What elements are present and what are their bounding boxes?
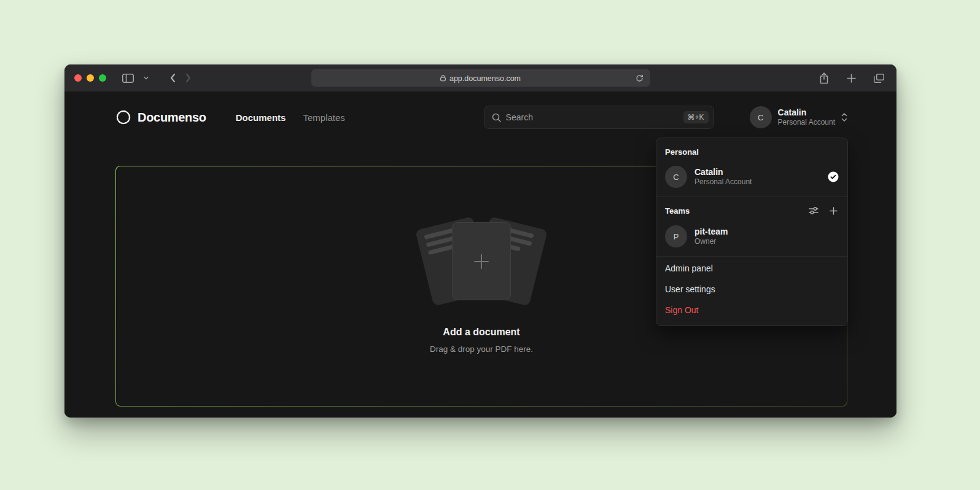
nav-templates[interactable]: Templates [303,112,344,123]
plus-icon [471,251,492,272]
brand-logo-link[interactable]: Documenso [115,109,206,125]
chevron-down-icon [144,76,149,80]
manage-teams-button[interactable] [807,205,820,216]
selector-chevrons-icon [841,112,847,122]
menu-divider [656,196,847,197]
minimize-window-button[interactable] [87,74,94,82]
menu-item-sign-out[interactable]: Sign Out [656,300,847,321]
address-bar[interactable]: app.documenso.com [311,69,650,87]
account-menu-trigger[interactable]: C Catalin Personal Account [750,106,847,128]
teams-section-header: Teams [656,198,847,220]
account-name: Catalin [778,107,835,119]
dropzone-subtitle: Drag & drop your PDF here. [430,344,533,354]
close-window-button[interactable] [74,74,82,82]
sidebar-toggle-button[interactable] [120,71,136,85]
primary-nav: Documents Templates [236,112,345,123]
plus-icon [847,74,856,83]
team-item[interactable]: P pit-team Owner [656,220,847,255]
plus-icon [830,207,838,215]
share-icon [819,72,829,84]
personal-section-label: Personal [656,141,847,161]
personal-account-item[interactable]: C Catalin Personal Account [656,161,847,195]
documenso-logo-icon [115,109,131,125]
check-circle-icon [828,171,839,182]
search-box[interactable]: ⌘+K [484,106,714,129]
chevron-left-icon [169,73,176,83]
account-dropdown-menu: Personal C Catalin Personal Account Team… [656,138,848,326]
dropzone-title: Add a document [443,327,519,338]
refresh-button[interactable] [633,72,646,85]
documents-illustration [411,219,552,305]
browser-window: app.documenso.com Documenso Do [64,64,896,418]
back-button[interactable] [167,71,178,85]
search-input[interactable] [506,112,679,122]
refresh-icon [636,74,644,82]
zoom-window-button[interactable] [99,74,106,82]
share-button[interactable] [817,70,831,87]
team-role: Owner [694,237,839,247]
personal-account-avatar: C [665,166,687,188]
create-team-button[interactable] [828,206,839,216]
menu-item-admin-panel[interactable]: Admin panel [656,258,847,279]
sidebar-icon [122,74,134,83]
forward-button[interactable] [183,71,194,85]
lock-icon [440,75,446,82]
nav-documents[interactable]: Documents [236,112,286,123]
account-type: Personal Account [778,118,835,127]
url-text: app.documenso.com [449,74,521,82]
personal-account-name: Catalin [694,166,820,177]
brand-name: Documenso [138,111,206,125]
team-avatar: P [665,225,687,247]
tab-overview-button[interactable] [871,71,887,85]
personal-account-type: Personal Account [694,177,820,187]
menu-item-user-settings[interactable]: User settings [656,279,847,300]
new-tab-button[interactable] [844,71,858,85]
search-icon [492,113,501,122]
traffic-lights [74,74,106,82]
account-avatar: C [750,106,772,128]
app-header: Documenso Documents Templates ⌘+K C Cata… [115,101,847,133]
search-shortcut-badge: ⌘+K [683,111,709,123]
browser-chrome: app.documenso.com [64,64,896,91]
chrome-right-controls [817,70,887,87]
team-name: pit-team [694,226,839,237]
document-card-add [452,222,511,300]
sidebar-menu-button[interactable] [141,74,151,82]
tabs-icon [874,74,884,83]
teams-section-label: Teams [665,206,807,216]
menu-divider [656,256,847,257]
app-content: Documenso Documents Templates ⌘+K C Cata… [64,91,896,418]
chrome-left-controls [120,71,194,85]
sliders-icon [809,206,819,215]
chevron-right-icon [185,73,192,83]
